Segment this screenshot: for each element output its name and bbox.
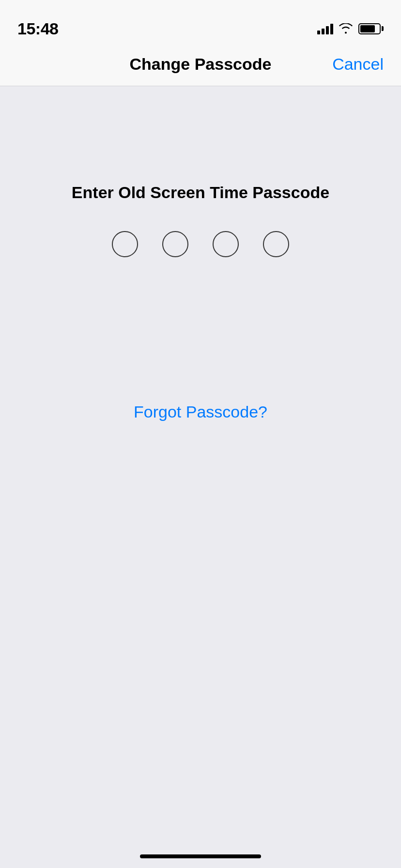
signal-icon [317,23,333,34]
wifi-icon [339,23,353,34]
prompt-text: Enter Old Screen Time Passcode [72,183,329,202]
status-time: 15:48 [17,19,58,38]
battery-icon [358,23,384,34]
passcode-dot-4 [263,231,289,257]
passcode-dots [112,231,289,257]
cancel-button[interactable]: Cancel [332,55,384,74]
passcode-dot-3 [213,231,239,257]
main-content: Enter Old Screen Time Passcode Forgot Pa… [0,86,401,868]
forgot-passcode-link[interactable]: Forgot Passcode? [134,403,267,421]
passcode-dot-2 [162,231,188,257]
passcode-dot-1 [112,231,138,257]
page-title: Change Passcode [130,55,272,74]
status-bar: 15:48 [0,0,401,43]
home-indicator [140,854,261,858]
navigation-bar: Change Passcode Cancel [0,43,401,86]
status-icons [317,23,384,34]
